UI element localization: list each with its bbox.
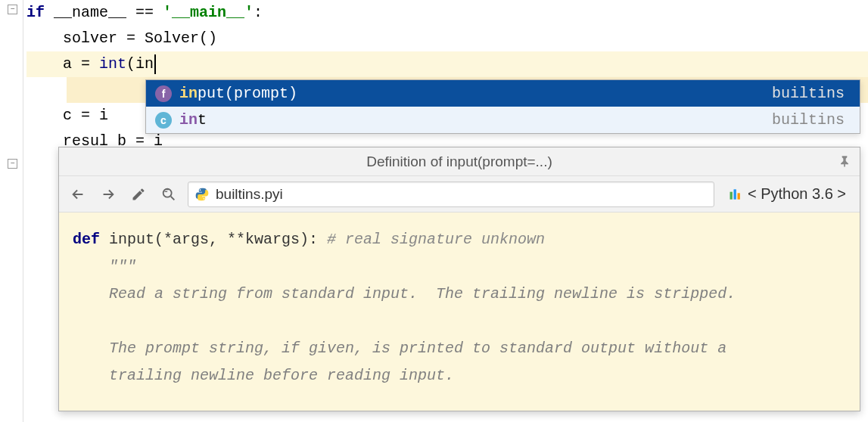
python-file-icon xyxy=(194,187,210,202)
doc-code-line: trailing newline before reading input. xyxy=(73,362,846,389)
doc-code-line: The prompt string, if given, is printed … xyxy=(73,335,846,362)
autocomplete-origin: builtins xyxy=(772,85,845,102)
documentation-popup: Definition of input(prompt=...) xyxy=(58,147,860,411)
fold-icon[interactable]: − xyxy=(8,159,17,169)
doc-code-line: def input(*args, **kwargs): # real signa… xyxy=(73,226,846,253)
autocomplete-label: int xyxy=(179,111,772,129)
doc-toolbar: builtins.pyi < Python 3.6 > xyxy=(59,176,860,213)
gutter-border xyxy=(23,0,23,422)
pin-icon[interactable] xyxy=(837,154,852,169)
back-button[interactable] xyxy=(67,183,89,206)
edit-icon[interactable] xyxy=(127,183,150,206)
code-editor[interactable]: − − if __name__ == '__main__': solver = … xyxy=(0,0,868,422)
svg-rect-5 xyxy=(737,193,739,199)
forward-button[interactable] xyxy=(97,183,120,206)
code-line-active: a = int(in xyxy=(26,51,868,77)
doc-code-line xyxy=(73,308,846,335)
autocomplete-label: input(prompt) xyxy=(179,85,772,102)
sdk-selector[interactable]: < Python 3.6 > xyxy=(722,185,852,203)
autocomplete-item[interactable]: f input(prompt) builtins xyxy=(146,80,860,107)
code-line: if __name__ == '__main__': xyxy=(26,0,868,26)
autocomplete-origin: builtins xyxy=(772,111,845,129)
search-icon[interactable] xyxy=(157,183,180,206)
doc-titlebar: Definition of input(prompt=...) xyxy=(59,147,860,176)
sdk-icon xyxy=(728,187,743,202)
svg-point-1 xyxy=(200,189,201,191)
text-cursor xyxy=(154,54,156,74)
fold-icon[interactable]: − xyxy=(8,5,17,14)
doc-code-line: Read a string from standard input. The t… xyxy=(73,281,846,308)
file-path-field[interactable]: builtins.pyi xyxy=(188,182,714,207)
svg-rect-3 xyxy=(730,191,732,199)
autocomplete-item[interactable]: c int builtins xyxy=(146,107,860,133)
code-line: solver = Solver() xyxy=(26,26,868,51)
svg-point-0 xyxy=(163,188,172,197)
function-icon: f xyxy=(155,85,172,102)
gutter xyxy=(0,0,23,422)
doc-title: Definition of input(prompt=...) xyxy=(366,154,552,170)
class-icon: c xyxy=(155,112,172,129)
autocomplete-popup: f input(prompt) builtins c int builtins xyxy=(145,79,860,134)
svg-rect-4 xyxy=(733,189,736,199)
svg-point-2 xyxy=(204,198,205,200)
doc-body[interactable]: def input(*args, **kwargs): # real signa… xyxy=(59,213,860,411)
file-name: builtins.pyi xyxy=(216,186,283,203)
doc-code-line: """ xyxy=(73,253,846,281)
